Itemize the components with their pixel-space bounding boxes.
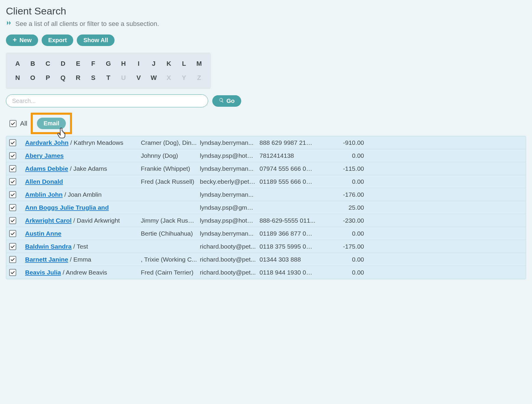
new-button[interactable]: New xyxy=(6,35,38,46)
alpha-letter-c[interactable]: C xyxy=(40,57,55,71)
alpha-letter-p[interactable]: P xyxy=(40,71,55,85)
alpha-letter-o[interactable]: O xyxy=(25,71,40,85)
alpha-letter-x: X xyxy=(161,71,176,85)
row-checkbox[interactable] xyxy=(9,191,16,198)
alpha-letter-g[interactable]: G xyxy=(101,57,116,71)
row-checkbox[interactable] xyxy=(9,243,16,250)
row-checkbox[interactable] xyxy=(9,139,16,146)
alpha-letter-a[interactable]: A xyxy=(10,57,25,71)
row-checkbox-cell xyxy=(9,243,25,250)
table-row[interactable]: Ann Boggs Julie Truglia andlyndsay.psp@g… xyxy=(6,201,526,214)
table-row[interactable]: Barnett Janine / Emma, Trixie (Working C… xyxy=(6,253,526,266)
bulk-select-row: All Email xyxy=(6,113,526,134)
page-title: Client Search xyxy=(6,5,526,17)
table-row[interactable]: Allen DonaldFred (Jack Russell)becky.ebe… xyxy=(6,175,526,188)
alpha-letter-z: Z xyxy=(192,71,207,85)
row-checkbox[interactable] xyxy=(9,178,16,185)
go-button[interactable]: Go xyxy=(212,95,241,107)
table-row[interactable]: Baldwin Sandra / Testrichard.booty@pet..… xyxy=(6,240,526,253)
alpha-row-2: NOPQRSTUVWXYZ xyxy=(10,71,207,85)
pet-cell: Fred (Cairn Terrier) xyxy=(141,269,200,276)
phone-cell: 888 629 9987 214 ... xyxy=(260,139,319,146)
alpha-letter-n[interactable]: N xyxy=(10,71,25,85)
balance-cell: 0.00 xyxy=(319,256,366,263)
pet-cell: Jimmy (Jack Russell... xyxy=(141,217,200,224)
alpha-letter-j[interactable]: J xyxy=(146,57,161,71)
row-checkbox-cell xyxy=(9,178,25,185)
cursor-pointer-icon xyxy=(57,126,68,139)
client-secondary-name: / Andrew Beavis xyxy=(61,269,107,276)
client-secondary-name: / Joan Amblin xyxy=(63,191,102,198)
alpha-letter-h[interactable]: H xyxy=(116,57,131,71)
client-name-link[interactable]: Barnett Janine xyxy=(25,256,68,263)
plus-icon xyxy=(12,37,17,44)
row-checkbox[interactable] xyxy=(9,230,16,237)
client-name-cell: Arkwright Carol / David Arkwright xyxy=(25,217,141,224)
email-cell: lyndsay.berryman... xyxy=(200,139,260,146)
alpha-letter-e[interactable]: E xyxy=(71,57,86,71)
email-highlight-box: Email xyxy=(31,113,72,134)
table-row[interactable]: Austin AnneBertie (Chihuahua)lyndsay.ber… xyxy=(6,227,526,240)
balance-cell: -176.00 xyxy=(319,191,366,198)
email-cell: becky.eberly@pets... xyxy=(200,178,260,185)
phone-cell: 07974 555 666 071... xyxy=(260,165,319,172)
client-secondary-name: / Jake Adams xyxy=(68,165,107,172)
alpha-letter-t[interactable]: T xyxy=(101,71,116,85)
client-name-link[interactable]: Adams Debbie xyxy=(25,165,68,172)
alpha-letter-s[interactable]: S xyxy=(86,71,101,85)
select-all-checkbox[interactable] xyxy=(9,120,17,127)
alpha-letter-l[interactable]: L xyxy=(177,57,192,71)
balance-cell: -175.00 xyxy=(319,243,366,250)
email-cell: lyndsay.berryman... xyxy=(200,191,260,198)
table-row[interactable]: Beavis Julia / Andrew BeavisFred (Cairn … xyxy=(6,266,526,279)
alpha-letter-b[interactable]: B xyxy=(25,57,40,71)
table-row[interactable]: Aardvark John / Kathryn MeadowsCramer (D… xyxy=(6,136,526,149)
alpha-letter-f[interactable]: F xyxy=(86,57,101,71)
table-row[interactable]: Abery JamesJohnny (Dog)lyndsay.psp@hotm.… xyxy=(6,149,526,162)
alpha-letter-i[interactable]: I xyxy=(131,57,146,71)
client-name-link[interactable]: Ann Boggs Julie Truglia and xyxy=(25,204,109,211)
table-row[interactable]: Adams Debbie / Jake AdamsFrankie (Whippe… xyxy=(6,162,526,175)
client-name-cell: Baldwin Sandra / Test xyxy=(25,243,141,250)
client-name-link[interactable]: Beavis Julia xyxy=(25,269,61,276)
phone-cell: 888-629-5555 011... xyxy=(260,217,319,224)
client-name-link[interactable]: Amblin John xyxy=(25,191,63,198)
alpha-filter-panel: ABCDEFGHIJKLM NOPQRSTUVWXYZ xyxy=(6,52,211,89)
action-button-row: New Export Show All xyxy=(6,35,526,46)
show-all-button[interactable]: Show All xyxy=(77,35,115,46)
alpha-letter-w[interactable]: W xyxy=(146,71,161,85)
email-button-label: Email xyxy=(43,120,59,127)
page-subtitle-row: See a list of all clients or filter to s… xyxy=(6,20,526,28)
pet-cell: , Trixie (Working C... xyxy=(141,256,200,263)
email-cell: richard.booty@pet... xyxy=(200,256,260,263)
export-button[interactable]: Export xyxy=(42,35,73,46)
alpha-letter-u: U xyxy=(116,71,131,85)
row-checkbox[interactable] xyxy=(9,152,16,159)
client-name-link[interactable]: Baldwin Sandra xyxy=(25,243,72,250)
alpha-letter-q[interactable]: Q xyxy=(56,71,71,85)
client-name-link[interactable]: Abery James xyxy=(25,152,64,159)
search-row: Go xyxy=(6,94,526,107)
alpha-letter-r[interactable]: R xyxy=(71,71,86,85)
row-checkbox[interactable] xyxy=(9,165,16,172)
alpha-letter-v[interactable]: V xyxy=(131,71,146,85)
row-checkbox-cell xyxy=(9,269,25,276)
row-checkbox[interactable] xyxy=(9,217,16,224)
alpha-letter-k[interactable]: K xyxy=(161,57,176,71)
search-input[interactable] xyxy=(6,94,208,107)
show-all-button-label: Show All xyxy=(83,37,108,44)
row-checkbox[interactable] xyxy=(9,204,16,211)
client-name-link[interactable]: Austin Anne xyxy=(25,230,61,237)
row-checkbox-cell xyxy=(9,165,25,172)
table-row[interactable]: Arkwright Carol / David ArkwrightJimmy (… xyxy=(6,214,526,227)
alpha-letter-d[interactable]: D xyxy=(56,57,71,71)
row-checkbox[interactable] xyxy=(9,256,16,263)
alpha-letter-m[interactable]: M xyxy=(192,57,207,71)
phone-cell: 01189 366 877 075... xyxy=(260,230,319,237)
table-row[interactable]: Amblin John / Joan Amblinlyndsay.berryma… xyxy=(6,188,526,201)
client-name-link[interactable]: Aardvark John xyxy=(25,139,68,146)
row-checkbox[interactable] xyxy=(9,269,16,276)
client-name-link[interactable]: Arkwright Carol xyxy=(25,217,72,224)
client-name-link[interactable]: Allen Donald xyxy=(25,178,63,185)
balance-cell: -115.00 xyxy=(319,165,366,172)
